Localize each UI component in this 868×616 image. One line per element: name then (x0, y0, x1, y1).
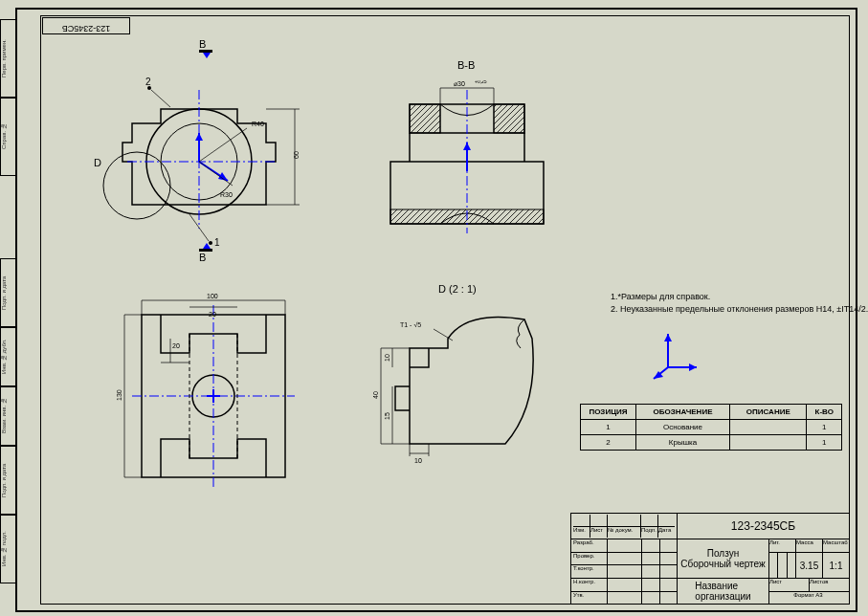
tb-col-ndoc: № докум. (608, 527, 641, 539)
bom-row: 1 Основание 1 (581, 420, 842, 435)
technical-notes: 1.*Размеры для справок. 2. Неуказанные п… (611, 291, 868, 315)
section-title: B-B (457, 59, 475, 71)
tb-part-name: Ползун (707, 548, 739, 559)
strip-cell: Справ. № (0, 98, 17, 176)
tb-drawing-type: Сборочный чертеж (680, 559, 765, 569)
tb-row-ncontr: Н.контр. (571, 579, 608, 591)
view-detail-d: T1 - √5 40 10 15 10 (352, 300, 553, 492)
tb-row-prov: Провер. (571, 553, 608, 565)
tb-row-tcontr: Т.контр. (571, 565, 608, 578)
bom-table: ПОЗИЦИЯ ОБОЗНАЧЕНИЕ ОПИСАНИЕ К-ВО 1 Осно… (580, 404, 842, 451)
title-block: Изм. Лист № докум. Подп. Дата 123-2345СБ… (570, 513, 850, 605)
svg-line-5 (199, 128, 247, 162)
bom-cell: Основание (635, 420, 729, 435)
dim-100: 100 (207, 293, 218, 299)
dim-10a: 10 (384, 354, 390, 362)
strip-cell: Подп. и дата (0, 446, 17, 515)
dim-60: 60 (293, 151, 300, 159)
view-front: 100 20 20 130 (103, 286, 323, 506)
surface-finish: T1 - √5 (400, 321, 421, 328)
bom-cell: 1 (807, 435, 842, 451)
tb-col-date: Дата (658, 527, 675, 539)
tb-col-izm: Изм. (573, 527, 590, 539)
dim-20a: 20 (209, 311, 216, 318)
bom-cell: 1 (807, 420, 842, 435)
dim-r40: R40 (252, 121, 264, 127)
bom-cell (730, 435, 807, 451)
tb-organization: Название организации (677, 579, 768, 604)
tb-col-podp: Подп. (641, 527, 658, 539)
tb-col-list: Лист (590, 527, 608, 539)
section-label: B (199, 38, 212, 50)
tb-row-utv: Утв. (571, 592, 608, 605)
svg-rect-17 (410, 104, 440, 133)
note-2: 2. Неуказанные предельные отклонения раз… (611, 303, 868, 316)
svg-point-13 (209, 241, 212, 245)
dim-10b: 10 (414, 457, 422, 464)
detail-label-d: D (94, 157, 101, 168)
tb-mass: 3.15 (796, 553, 823, 578)
svg-line-10 (151, 90, 170, 107)
tb-scale: 1:1 (823, 553, 849, 578)
bom-h-desc: ОПИСАНИЕ (730, 405, 807, 420)
tb-row-razrab: Разраб. (571, 539, 608, 552)
view-section-bb: ⌀30 +0,25 (371, 80, 582, 253)
tb-scale-hdr: Масштаб (823, 539, 849, 552)
tb-mass-hdr: Масса (796, 539, 823, 552)
strip-cell: Перв. примен. (0, 19, 17, 98)
dim-40: 40 (372, 391, 379, 399)
dim-r30: R30 (220, 191, 233, 198)
tb-listov: Листов (810, 579, 849, 591)
tb-lit-hdr: Лит. (769, 539, 796, 552)
dim-130: 130 (116, 389, 122, 401)
bom-cell: Крышка (635, 435, 729, 451)
strip-cell: Подп. и дата (0, 258, 17, 327)
dim-20b: 20 (172, 342, 180, 349)
balloon-2: 2 (145, 77, 151, 87)
strip-cell: Инв. № подл. (0, 515, 17, 583)
left-binding-strip: Перв. примен. Справ. № Подп. и дата Инв.… (0, 10, 17, 610)
view-plan-top: R40 R30 60 2 1 (94, 71, 323, 262)
dim-dia30-tol: +0,25 (475, 80, 487, 84)
balloon-1: 1 (214, 237, 220, 248)
detail-title: D (2 : 1) (438, 283, 477, 295)
bom-cell: 1 (581, 420, 636, 435)
bom-cell (730, 420, 807, 435)
strip-cell: Взам. инв. № (0, 386, 17, 446)
tb-format: Формат A3 (793, 592, 824, 605)
tb-drawing-number: 123-2345СБ (677, 514, 849, 539)
bom-h-pos: ПОЗИЦИЯ (581, 405, 636, 420)
bom-header-row: ПОЗИЦИЯ ОБОЗНАЧЕНИЕ ОПИСАНИЕ К-ВО (581, 405, 842, 420)
drawing-sheet: 123-2345СБ Перв. примен. Справ. № Подп. … (15, 8, 857, 612)
dim-dia30: ⌀30 (454, 80, 465, 87)
note-1: 1.*Размеры для справок. (611, 291, 868, 303)
svg-rect-18 (494, 104, 524, 133)
svg-line-6 (199, 162, 233, 186)
section-marker-b-top: B (199, 38, 212, 58)
bom-row: 2 Крышка 1 (581, 435, 842, 451)
bom-h-des: ОБОЗНАЧЕНИЕ (635, 405, 729, 420)
bom-cell: 2 (581, 435, 636, 451)
strip-cell: Инв. № дубл. (0, 327, 17, 386)
dim-15: 15 (384, 412, 390, 420)
coordinate-triad-icon (649, 329, 706, 386)
tb-list: Лист (769, 579, 810, 591)
bom-h-qty: К-ВО (807, 405, 842, 420)
svg-line-38 (434, 329, 453, 341)
